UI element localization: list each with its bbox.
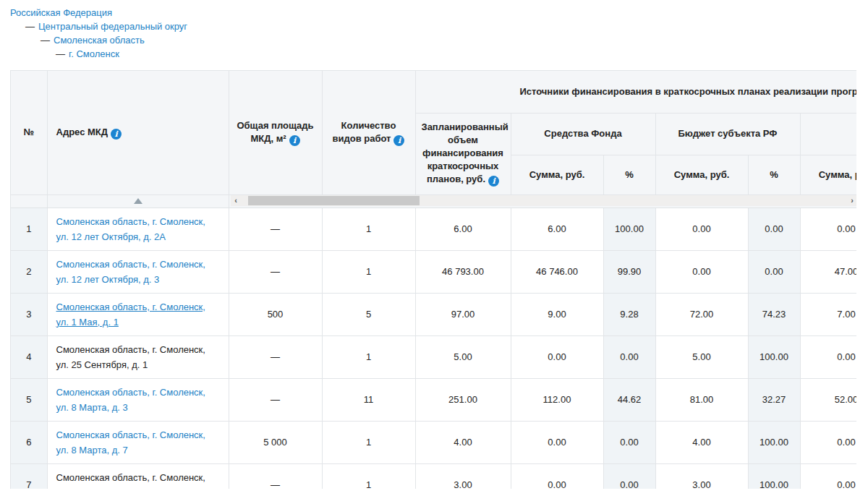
local-sum-cell: 52.00 [800, 378, 856, 421]
breadcrumb-dash: — [41, 35, 50, 46]
breadcrumb-dash: — [25, 21, 35, 32]
fund-pct-cell: 99.90 [603, 250, 655, 293]
fund-sum-cell: 0.00 [511, 421, 603, 463]
table-row: 7Смоленская область, г. Смоленск, ул. 9 … [11, 463, 856, 489]
breadcrumb-line: Российская Федерация [10, 6, 187, 20]
breadcrumb-link[interactable]: Российская Федерация [10, 7, 112, 18]
info-icon[interactable]: i [488, 176, 499, 187]
subject-sum-cell: 81.00 [655, 378, 748, 421]
planned-volume-cell: 251.00 [415, 378, 511, 421]
column-header-local-sum: Сумма, руб. [800, 155, 856, 194]
works-count-cell: 1 [322, 421, 415, 463]
works-count-cell: 1 [322, 335, 415, 378]
subject-pct-cell: 32.27 [748, 378, 800, 421]
column-header-area-label: Общая площадь МКД, м² [237, 120, 313, 144]
column-header-subject-sum: Сумма, руб. [655, 155, 748, 194]
table-body: 1Смоленская область, г. Смоленск, ул. 12… [11, 208, 856, 489]
planned-volume-cell: 97.00 [415, 293, 511, 335]
column-header-area[interactable]: Общая площадь МКД, м²i [229, 71, 322, 194]
row-number-cell: 7 [11, 463, 47, 489]
column-header-num: № [11, 71, 47, 194]
works-count-cell: 1 [322, 463, 415, 489]
info-icon[interactable]: i [393, 135, 404, 146]
table-row: 2Смоленская область, г. Смоленск, ул. 12… [11, 250, 856, 293]
planned-volume-cell: 46 793.00 [415, 250, 511, 293]
fund-sum-cell: 0.00 [511, 463, 603, 489]
info-icon[interactable]: i [289, 135, 300, 146]
fund-pct-cell: 9.28 [603, 293, 655, 335]
works-count-cell: 1 [322, 250, 415, 293]
fund-sum-cell: 0.00 [511, 335, 603, 378]
address-link[interactable]: Смоленская область, г. Смоленск, ул. 1 М… [56, 302, 205, 328]
column-header-fund-sum: Сумма, руб. [511, 155, 603, 194]
scroll-left-icon[interactable]: ‹ [231, 195, 241, 206]
column-header-planned-volume[interactable]: Запланированный объем финансирования кра… [415, 113, 511, 194]
subject-sum-cell: 72.00 [655, 293, 748, 335]
table-row: 6Смоленская область, г. Смоленск, ул. 8 … [11, 421, 856, 463]
address-link[interactable]: Смоленская область, г. Смоленск, ул. 8 М… [56, 429, 205, 456]
local-sum-cell: 7.00 [800, 293, 856, 335]
works-count-cell: 5 [322, 293, 415, 335]
works-count-cell: 1 [322, 208, 415, 250]
address-cell: Смоленская область, г. Смоленск, ул. 12 … [47, 250, 229, 293]
page: Российская Федерация—Центральный федерал… [0, 0, 868, 496]
breadcrumb-link[interactable]: г. Смоленск [69, 48, 119, 59]
sort-asc-icon[interactable] [134, 198, 142, 204]
fund-sum-cell: 6.00 [511, 208, 603, 250]
total-area-cell: — [229, 208, 322, 250]
data-table: № Адрес МКДi Общая площадь МКД, м²i Коли… [11, 71, 856, 489]
column-header-works[interactable]: Количество видов работi [322, 71, 415, 194]
subject-pct-cell: 100.00 [748, 463, 800, 489]
column-header-planned-label: Запланированный объем финансирования кра… [422, 121, 509, 184]
fund-pct-cell: 0.00 [603, 421, 655, 463]
local-sum-cell: 0.00 [800, 463, 856, 489]
table-row: 5Смоленская область, г. Смоленск, ул. 8 … [11, 378, 856, 421]
address-text: Смоленская область, г. Смоленск, ул. 25 … [56, 344, 205, 370]
address-cell: Смоленская область, г. Смоленск, ул. 1 М… [47, 293, 229, 335]
scrollbar-track[interactable] [241, 195, 847, 206]
local-sum-cell: 0.00 [800, 335, 856, 378]
address-link[interactable]: Смоленская область, г. Смоленск, ул. 12 … [56, 216, 205, 242]
breadcrumb-link[interactable]: Смоленская область [54, 35, 145, 46]
sort-row-spacer [11, 194, 47, 208]
planned-volume-cell: 5.00 [415, 335, 511, 378]
total-area-cell: — [229, 250, 322, 293]
fund-pct-cell: 100.00 [603, 208, 655, 250]
breadcrumb-link[interactable]: Центральный федеральный округ [38, 21, 187, 32]
scroll-right-icon[interactable]: › [847, 195, 856, 206]
column-group-fund-money: Средства Фонда [511, 113, 655, 155]
address-cell: Смоленская область, г. Смоленск, ул. 9 Я… [47, 463, 229, 489]
mkd-financing-table: № Адрес МКДi Общая площадь МКД, м²i Коли… [10, 70, 856, 489]
local-sum-cell: 47.00 [800, 250, 856, 293]
column-header-works-label: Количество видов работ [333, 120, 396, 144]
subject-pct-cell: 0.00 [748, 208, 800, 250]
local-sum-cell: 0.00 [800, 421, 856, 463]
breadcrumb: Российская Федерация—Центральный федерал… [10, 6, 187, 61]
planned-volume-cell: 4.00 [415, 421, 511, 463]
subject-pct-cell: 100.00 [748, 421, 800, 463]
info-icon[interactable]: i [111, 129, 122, 140]
total-area-cell: — [229, 378, 322, 421]
subject-pct-cell: 100.00 [748, 335, 800, 378]
fund-pct-cell: 44.62 [603, 378, 655, 421]
table-row: 3Смоленская область, г. Смоленск, ул. 1 … [11, 293, 856, 335]
fund-sum-cell: 9.00 [511, 293, 603, 335]
scrollbar-thumb[interactable] [248, 196, 420, 205]
subject-sum-cell: 5.00 [655, 335, 748, 378]
address-cell: Смоленская область, г. Смоленск, ул. 8 М… [47, 378, 229, 421]
column-group-local-budget: Местный бюджет [800, 113, 856, 155]
row-number-cell: 1 [11, 208, 47, 250]
fund-pct-cell: 0.00 [603, 335, 655, 378]
subject-pct-cell: 0.00 [748, 250, 800, 293]
horizontal-scrollbar[interactable]: ‹ › [231, 195, 856, 206]
address-link[interactable]: Смоленская область, г. Смоленск, ул. 12 … [56, 259, 205, 285]
breadcrumb-dash: — [56, 48, 65, 59]
column-header-address[interactable]: Адрес МКДi [47, 71, 229, 194]
breadcrumb-line: —Смоленская область [10, 33, 187, 47]
address-link[interactable]: Смоленская область, г. Смоленск, ул. 8 М… [56, 387, 205, 413]
works-count-cell: 11 [322, 378, 415, 421]
column-header-subject-pct: % [748, 155, 800, 194]
column-header-address-label: Адрес МКД [56, 127, 109, 137]
planned-volume-cell: 3.00 [415, 463, 511, 489]
table-row: 1Смоленская область, г. Смоленск, ул. 12… [11, 208, 856, 250]
